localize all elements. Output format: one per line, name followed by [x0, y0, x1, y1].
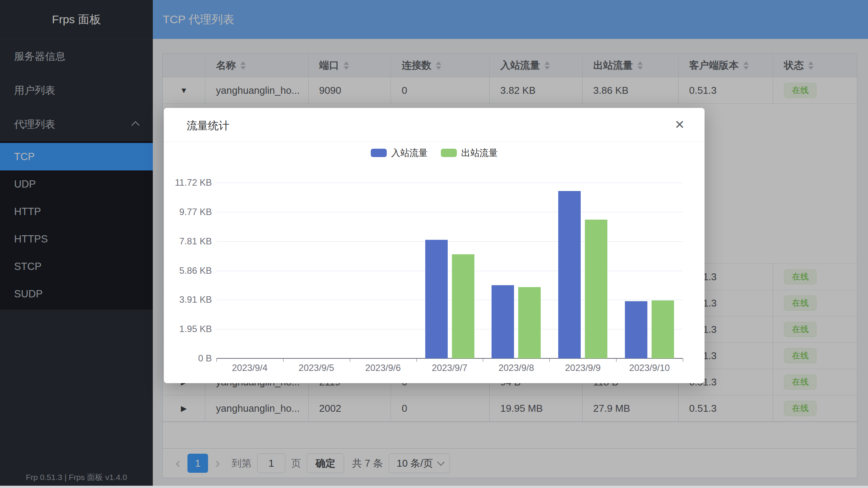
axis-tick — [616, 358, 617, 362]
gridline — [216, 241, 683, 242]
legend-item[interactable]: 出站流量 — [441, 147, 498, 159]
axis-tick — [549, 358, 550, 362]
traffic-stats-modal: 流量统计 ✕ 入站流量出站流量 11.72 KB9.77 KB7.81 KB5.… — [164, 108, 705, 383]
legend-swatch — [371, 149, 387, 157]
bar-outbound — [518, 287, 541, 358]
axis-tick — [483, 358, 483, 362]
close-icon[interactable]: ✕ — [674, 118, 685, 132]
gridline — [216, 212, 683, 212]
x-axis-label: 2023/9/10 — [616, 363, 683, 373]
x-axis-label: 2023/9/7 — [416, 363, 483, 373]
axis-tick — [283, 358, 283, 362]
frps-dashboard: Frps 面板 服务器信息用户列表代理列表TCPUDPHTTPHTTPSSTCP… — [0, 0, 868, 488]
x-axis-label: 2023/9/8 — [483, 363, 549, 373]
x-axis-label: 2023/9/5 — [283, 363, 350, 373]
legend-swatch — [441, 149, 457, 157]
axis-tick — [350, 358, 350, 362]
modal-header: 流量统计 ✕ — [164, 108, 705, 142]
bar-inbound — [492, 285, 514, 358]
gridline — [216, 329, 683, 329]
modal-title: 流量统计 — [187, 119, 229, 133]
bar-outbound — [652, 300, 674, 358]
legend-label: 入站流量 — [391, 147, 428, 159]
axis-tick — [216, 358, 217, 362]
bar-inbound — [625, 301, 647, 358]
x-axis-label: 2023/9/4 — [216, 363, 283, 373]
y-axis-label: 9.77 KB — [151, 207, 212, 217]
traffic-bar-chart: 11.72 KB9.77 KB7.81 KB5.86 KB3.91 KB1.95… — [216, 183, 683, 358]
bar-outbound — [452, 254, 474, 358]
bar-inbound — [425, 240, 448, 358]
legend-item[interactable]: 入站流量 — [371, 147, 428, 159]
x-axis-label: 2023/9/9 — [549, 363, 616, 373]
window-bottom-edge — [0, 486, 868, 488]
axis-tick — [416, 358, 417, 362]
x-axis-line — [216, 358, 683, 359]
x-axis-label: 2023/9/6 — [350, 363, 416, 373]
y-axis-label: 1.95 KB — [151, 324, 212, 334]
gridline — [216, 300, 683, 300]
y-axis-label: 0 B — [151, 353, 212, 364]
chart-legend: 入站流量出站流量 — [164, 147, 705, 159]
y-axis-label: 7.81 KB — [151, 236, 212, 247]
legend-label: 出站流量 — [461, 147, 498, 159]
axis-tick — [683, 358, 683, 362]
gridline — [216, 271, 683, 271]
y-axis-label: 11.72 KB — [151, 177, 212, 188]
gridline — [216, 183, 683, 183]
y-axis-label: 3.91 KB — [151, 294, 212, 305]
y-axis-label: 5.86 KB — [151, 265, 212, 276]
bar-inbound — [558, 191, 581, 358]
bar-outbound — [585, 220, 607, 358]
